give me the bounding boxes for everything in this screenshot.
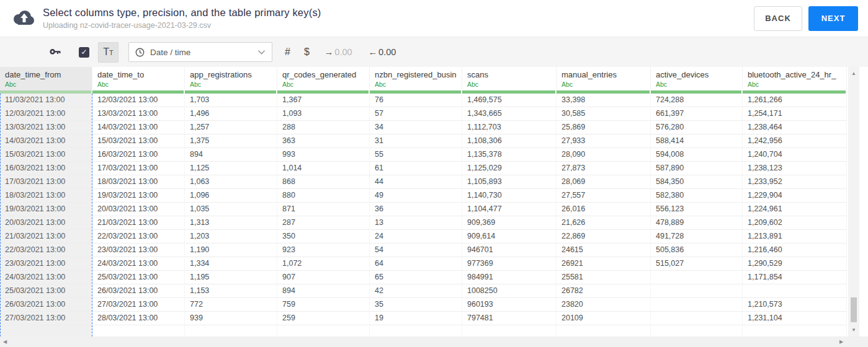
table-cell: 31 <box>370 134 462 148</box>
table-cell: 1,240,704 <box>743 148 847 162</box>
table-cell: 1,190 <box>185 244 277 257</box>
table-row: 21/03/2021 13:0022/03/2021 13:001,203350… <box>0 230 847 244</box>
table-cell: 76 <box>370 94 462 107</box>
horizontal-scrollbar[interactable]: ◀ ▶ <box>0 336 868 347</box>
primary-key-button[interactable] <box>50 48 61 56</box>
table-cell: 1,072 <box>277 257 370 271</box>
column-header-date_time_to[interactable]: date_time_toAbc <box>92 67 185 94</box>
table-cell <box>651 312 743 325</box>
column-header-qr_codes_generated[interactable]: qr_codes_generatedAbc <box>277 67 370 94</box>
table-row: 12/03/2021 13:0013/03/2021 13:001,4961,0… <box>0 107 847 121</box>
column-type-value: Date / time <box>150 48 257 57</box>
scroll-up-arrow[interactable]: ▲ <box>848 71 859 76</box>
column-name: active_devices <box>656 70 737 79</box>
table-cell: 584,350 <box>651 175 743 189</box>
column-name: date_time_to <box>97 70 179 79</box>
table-cell: 16/03/2021 13:00 <box>92 148 185 162</box>
column-type-badge: Abc <box>656 81 737 88</box>
table-cell: 26/03/2021 13:00 <box>92 284 185 298</box>
column-header-manual_entries[interactable]: manual_entriesAbc <box>557 67 651 94</box>
table-cell: 1,125,029 <box>462 162 557 175</box>
table-cell: 1,203 <box>185 230 277 244</box>
table-cell: 1,014 <box>277 162 370 175</box>
table-cell: 27,873 <box>557 162 651 175</box>
column-type-dropdown[interactable]: Date / time <box>128 42 272 62</box>
column-name: bluetooth_active_24_hr_ <box>748 70 841 79</box>
table-row: 24/03/2021 13:0025/03/2021 13:001,195907… <box>0 271 847 284</box>
table-cell: 35 <box>370 298 462 312</box>
table-row: 11/03/2021 13:0012/03/2021 13:001,7031,3… <box>0 94 847 107</box>
table-cell: 24/03/2021 13:00 <box>0 271 92 284</box>
table-cell: 594,008 <box>651 148 743 162</box>
table-row: 20/03/2021 13:0021/03/2021 13:001,313287… <box>0 216 847 230</box>
table-cell: 20/03/2021 13:00 <box>0 216 92 230</box>
column-name: nzbn_registered_busine <box>375 70 457 79</box>
arrow-right-icon: → <box>324 47 334 57</box>
table-cell: 1,254,171 <box>743 107 847 121</box>
table-cell <box>0 325 92 336</box>
column-header-date_time_from[interactable]: date_time_fromAbc <box>0 67 92 94</box>
table-cell: 894 <box>185 148 277 162</box>
table-cell: 27/03/2021 13:00 <box>0 312 92 325</box>
table-cell: 1,238,464 <box>743 121 847 134</box>
table-cell: 21,626 <box>557 216 651 230</box>
table-cell: 44 <box>370 175 462 189</box>
table-cell <box>370 325 462 336</box>
table-cell: 724,288 <box>651 94 743 107</box>
table-cell <box>651 325 743 336</box>
vertical-scrollbar-thumb[interactable] <box>851 297 857 322</box>
column-header-nzbn_registered_busine[interactable]: nzbn_registered_busineAbc <box>370 67 462 94</box>
table-cell: 22/03/2021 13:00 <box>0 244 92 257</box>
column-type-badge: Abc <box>467 81 551 88</box>
table-header-row: date_time_fromAbcdate_time_toAbcapp_regi… <box>0 67 847 94</box>
table-cell: 1,093 <box>277 107 370 121</box>
table-cell: 23820 <box>557 298 651 312</box>
table-cell: 923 <box>277 244 370 257</box>
table-cell: 960193 <box>462 298 557 312</box>
table-cell: 19 <box>370 312 462 325</box>
table-cell: 18/03/2021 13:00 <box>0 189 92 203</box>
increase-decimal-button[interactable]: → 0.00 <box>324 47 352 57</box>
chevron-down-icon <box>257 50 266 55</box>
scroll-left-arrow[interactable]: ◀ <box>3 339 7 345</box>
table-cell: 772 <box>185 298 277 312</box>
page-title: Select columns type, precision, and the … <box>43 7 321 19</box>
table-cell <box>92 325 185 336</box>
column-header-scans[interactable]: scansAbc <box>462 67 557 94</box>
column-header-active_devices[interactable]: active_devicesAbc <box>651 67 743 94</box>
table-cell <box>743 325 847 336</box>
table-cell: 19/03/2021 13:00 <box>0 203 92 216</box>
scroll-right-arrow[interactable]: ▶ <box>839 339 843 345</box>
table-cell: 797481 <box>462 312 557 325</box>
column-name: scans <box>467 70 551 79</box>
back-button[interactable]: BACK <box>754 6 802 31</box>
table-row: 19/03/2021 13:0020/03/2021 13:001,035871… <box>0 203 847 216</box>
table-cell: 14/03/2021 13:00 <box>92 121 185 134</box>
text-type-button[interactable]: Tt <box>98 42 119 63</box>
table-cell <box>277 325 370 336</box>
table-cell: 1,261,266 <box>743 94 847 107</box>
table-cell: 946701 <box>462 244 557 257</box>
table-cell: 993 <box>277 148 370 162</box>
scroll-down-arrow[interactable]: ▼ <box>848 327 859 333</box>
table-cell: 12/03/2021 13:00 <box>92 94 185 107</box>
column-header-app_registrations[interactable]: app_registrationsAbc <box>185 67 277 94</box>
decrease-decimal-button[interactable]: ← 0.00 <box>369 47 396 57</box>
table-cell: 1,213,891 <box>743 230 847 244</box>
currency-type-button[interactable]: $ <box>304 46 310 58</box>
table-cell: 21/03/2021 13:00 <box>0 230 92 244</box>
vertical-scrollbar[interactable]: ▲ ▼ <box>848 67 859 336</box>
table-cell: 22/03/2021 13:00 <box>92 230 185 244</box>
next-button[interactable]: NEXT <box>808 6 858 31</box>
table-cell: 1,703 <box>185 94 277 107</box>
table-cell: 491,728 <box>651 230 743 244</box>
table-cell: 36 <box>370 203 462 216</box>
include-column-checkbox[interactable]: ✓ <box>79 47 89 58</box>
table-cell: 24615 <box>557 244 651 257</box>
number-type-button[interactable]: # <box>285 46 290 58</box>
table-row: 14/03/2021 13:0015/03/2021 13:001,375363… <box>0 134 847 148</box>
column-header-bluetooth_active_24_hr_[interactable]: bluetooth_active_24_hr_Abc <box>743 67 847 94</box>
table-cell: 515,027 <box>651 257 743 271</box>
table-cell: 26921 <box>557 257 651 271</box>
table-cell: 26/03/2021 13:00 <box>0 298 92 312</box>
